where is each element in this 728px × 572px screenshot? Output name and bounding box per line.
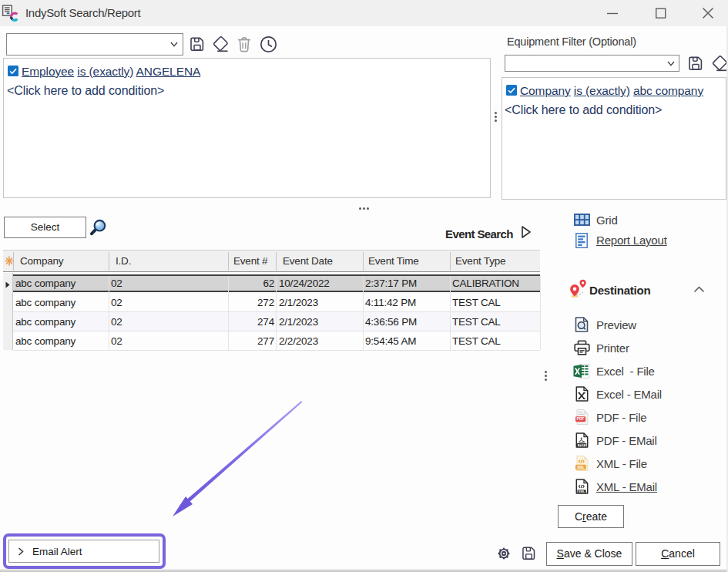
svg-text:PDF: PDF	[579, 443, 585, 447]
svg-text:XML: XML	[577, 466, 585, 469]
svg-text:XML: XML	[579, 490, 585, 493]
svg-text:PDF: PDF	[577, 416, 585, 421]
